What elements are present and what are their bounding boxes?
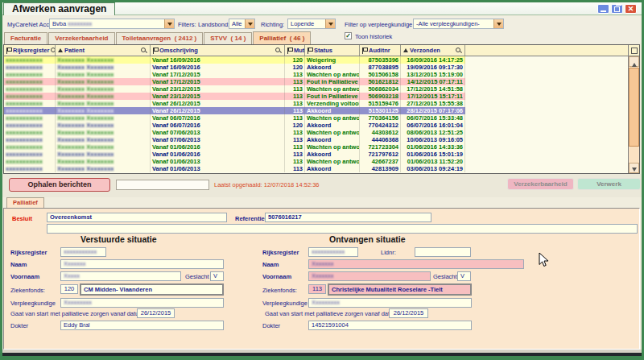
table-row[interactable]: xxxxxxxxxxxXxxxxxxx XxxxxxxxVanaf 16/09/… [4,64,465,71]
table-row[interactable]: xxxxxxxxxxxXxxxxxxx XxxxxxxxVanaf 06/07/… [4,114,465,122]
toon-historiek-checkbox[interactable]: ✓ [345,32,352,39]
scroll-down-button[interactable] [629,163,639,173]
verpleegkundige-select[interactable]: -Alle verpleegkundigen- [413,19,504,29]
table-row[interactable]: xxxxxxxxxxxXxxxxxxx XxxxxxxxVanaf 26/12/… [4,100,465,107]
besluit-field[interactable]: Overeenkomst [47,213,227,222]
table-cell: 44303612 [360,129,401,136]
besluit-extra-field[interactable] [47,224,638,234]
table-row[interactable]: xxxxxxxxxxxXxxxxxxx XxxxxxxxVanaf 01/06/… [4,158,465,165]
search-icon[interactable] [456,48,462,54]
chevron-down-icon[interactable] [245,19,254,28]
table-cell: 44406368 [360,136,401,143]
chevron-down-icon[interactable] [493,19,503,28]
table-cell-redacted: Xxxxxxxx Xxxxxxxx [56,85,151,93]
table-row[interactable]: xxxxxxxxxxxXxxxxxxx XxxxxxxxVanaf 06/07/… [4,122,465,129]
table-row[interactable]: xxxxxxxxxxxXxxxxxxx XxxxxxxxVanaf 01/06/… [4,143,465,151]
table-row[interactable]: xxxxxxxxxxxXxxxxxxx XxxxxxxxVanaf 01/06/… [4,151,465,158]
sent-start-date-field[interactable]: 26/12/2015 [137,308,175,318]
column-header-mut[interactable]: Mut [285,45,305,56]
verzekerbaarheid-button[interactable]: Verzekerbaarheid [507,178,574,190]
sent-naam-field[interactable]: Xxxxxxx [60,259,224,269]
received-verpleegkundige-field[interactable]: Xxxxxxxxx [308,298,472,308]
table-cell: Vanaf 01/06/2016 [151,143,285,151]
table-cell: Vanaf 23/12/2015 [151,93,285,100]
mycarenet-account-select[interactable]: Bvba xxxxxxxx [49,19,175,29]
sent-dokter-field[interactable]: Eddy Bral [60,321,224,330]
landsbond-select[interactable]: Alle [229,19,255,29]
tab-toiletaanvragen[interactable]: Toiletaanvragen ( 2412 ) [116,32,204,44]
tab-palliatief[interactable]: Palliatief ( 46 ) [253,31,311,44]
table-cell-redacted: Xxxxxxxx Xxxxxxxx [56,107,151,114]
scrollbar-thumb[interactable] [629,68,639,147]
received-ziekenfonds-code-field[interactable]: 113 [308,284,326,294]
column-header-auditnr[interactable]: Auditnr [360,45,401,56]
chevron-down-icon[interactable] [325,19,335,28]
table-cell-redacted: xxxxxxxxxxx [4,136,56,143]
column-header-patient[interactable]: Patient [56,45,151,56]
table-row[interactable]: xxxxxxxxxxxXxxxxxxx XxxxxxxxVanaf 07/06/… [4,129,465,136]
table-cell: 10/06/2013 09:16:05 [401,136,465,143]
column-header-status[interactable]: Status [305,45,360,56]
table-cell: 113 [285,165,305,172]
table-row[interactable]: xxxxxxxxxxxXxxxxxxx XxxxxxxxVanaf 16/09/… [4,56,465,64]
sent-ziekenfonds-name-field[interactable]: CM Midden- Vlaanderen [80,283,224,296]
column-header-rijksregister[interactable]: Rijksregister [4,45,56,56]
received-naam-field[interactable]: Xxxxxxx [308,259,524,269]
scroll-up-button[interactable] [629,56,639,67]
table-cell: 501621812 [360,78,401,85]
tab-verzekerbaarheid[interactable]: Verzekerbaarheid [48,32,114,44]
minimize-button[interactable] [597,4,609,14]
table-row[interactable]: xxxxxxxxxxxXxxxxxxx XxxxxxxxVanaf 17/12/… [4,71,465,78]
table-cell-redacted: xxxxxxxxxxx [4,114,56,122]
table-row[interactable]: xxxxxxxxxxxXxxxxxxx XxxxxxxxVanaf 17/12/… [4,78,465,85]
ophalen-berichten-button[interactable]: Ophalen berichten [9,178,110,192]
table-cell: Fout in Palliatieve [305,93,360,100]
table-row[interactable]: xxxxxxxxxxxXxxxxxxx XxxxxxxxVanaf 26/12/… [4,107,465,114]
sent-rijksregister-field[interactable]: xxxxxxxxxxx [60,247,106,257]
grid-options-button[interactable] [628,45,639,56]
received-lidnr-field[interactable] [415,247,471,257]
received-rijksregister-field[interactable]: xxxxxxxxxxx [308,247,358,257]
tab-palliatief-detail[interactable]: Palliatief [6,197,44,208]
richting-select[interactable]: Lopende [287,19,336,29]
received-start-date-field[interactable]: 26/12/2015 [389,308,428,318]
table-row[interactable]: xxxxxxxxxxxXxxxxxxx XxxxxxxxVanaf 23/12/… [4,85,465,93]
table-cell: Verzending voltooi [305,100,360,107]
close-button[interactable]: ✕ [625,4,637,14]
table-row[interactable]: xxxxxxxxxxxXxxxxxxx XxxxxxxxVanaf 01/06/… [4,165,465,172]
table-cell-redacted: Xxxxxxxx Xxxxxxxx [56,136,151,143]
referentie-field[interactable]: 5076016217 [265,213,431,222]
table-cell: Vanaf 16/09/2016 [151,56,285,64]
received-geslacht-field[interactable]: V [457,271,471,281]
received-dokter-field[interactable]: 14521591004 [308,321,472,330]
received-voornaam-field[interactable]: Xxxxxxx [308,271,431,281]
table-cell-redacted: xxxxxxxxxxx [4,64,56,71]
tab-stvv[interactable]: STVV ( 14 ) [204,32,252,44]
sent-ziekenfonds-code-field[interactable]: 120 [60,284,78,294]
received-ziekenfonds-label: Ziekenfonds: [262,287,297,294]
search-icon[interactable] [141,48,147,54]
table-cell: 770364156 [360,114,401,122]
search-icon[interactable] [275,48,282,54]
column-header-verzonden[interactable]: Verzonden [401,45,465,56]
tab-facturatie[interactable]: Facturatie [4,32,47,44]
column-header-omschrijving[interactable]: Omschrijving [151,45,285,56]
grid-options-icon [631,48,638,54]
vertical-scrollbar[interactable] [628,56,639,173]
restore-button[interactable] [611,4,623,14]
table-cell: Vanaf 07/06/2013 [151,136,285,143]
table-row[interactable]: xxxxxxxxxxxXxxxxxxx XxxxxxxxVanaf 07/06/… [4,136,465,143]
table-cell-redacted: Xxxxxxxx Xxxxxxxx [56,56,151,64]
table-cell-redacted: xxxxxxxxxxx [4,78,56,85]
table-cell: Vanaf 26/12/2015 [151,100,285,107]
sent-geslacht-field[interactable]: V [210,271,224,281]
chevron-down-icon[interactable] [164,19,174,28]
sent-verpleegkundige-field[interactable]: Xxxxxxxxx [60,298,224,308]
received-ziekenfonds-name-field[interactable]: Christelijke Mutualiteit Roeselare -Tiel… [328,283,472,296]
verwerk-button[interactable]: Verwerk [577,178,641,190]
sent-voornaam-field[interactable]: Xxxxx [60,271,181,281]
table-cell: Wachten op antwo [305,143,360,151]
table-cell: 17/12/2015 14:51:58 [401,85,465,93]
last-fetched-label: Laatst opgehaald: 12/07/2018 14:52:36 [214,181,320,188]
table-row[interactable]: xxxxxxxxxxxXxxxxxxx XxxxxxxxVanaf 23/12/… [4,93,465,100]
